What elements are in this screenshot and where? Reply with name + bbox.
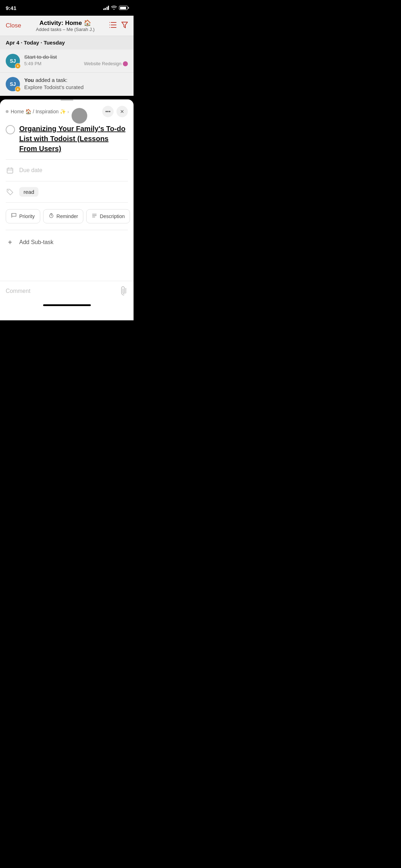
avatar-badge: + [15, 86, 21, 92]
close-activity-button[interactable]: Close [6, 22, 21, 29]
header-icons [109, 22, 128, 30]
svg-rect-3 [109, 22, 110, 23]
due-date-row[interactable]: Due date [0, 162, 134, 179]
activity-added-text: You added a task: [24, 77, 128, 83]
comment-area: Comment [0, 281, 134, 301]
breadcrumb-actions: ••• ✕ [102, 106, 128, 117]
priority-label: Priority [19, 213, 35, 219]
activity-subtitle: Added tasks – Me (Sarah J.) [25, 27, 105, 32]
home-indicator [43, 304, 91, 306]
close-icon: ✕ [120, 109, 124, 114]
svg-rect-2 [111, 27, 116, 28]
divider [6, 202, 128, 203]
svg-rect-1 [111, 25, 116, 25]
avatar-initials: SJ [10, 58, 16, 64]
status-time: 9:41 [6, 5, 16, 11]
avatar-badge: + [15, 63, 21, 69]
activity-header: Close Activity: Home 🏠 Added tasks – Me … [0, 16, 134, 36]
battery-icon [119, 6, 128, 10]
divider [6, 181, 128, 181]
close-sheet-button[interactable]: ✕ [116, 106, 128, 117]
tag-icon [6, 188, 14, 196]
divider [6, 159, 128, 160]
svg-rect-4 [109, 25, 110, 25]
status-icons [103, 5, 128, 11]
attachment-icon[interactable] [118, 285, 130, 297]
drag-indicator [72, 108, 87, 124]
description-icon [92, 213, 97, 220]
add-subtask-label: Add Sub-task [19, 239, 53, 246]
priority-icon [11, 213, 17, 220]
wifi-icon [111, 5, 117, 11]
priority-button[interactable]: Priority [6, 209, 40, 223]
avatar: SJ + [6, 54, 20, 68]
person-icon [123, 61, 128, 66]
svg-point-11 [8, 190, 9, 191]
activity-content: You added a task: Explore Todoist's cura… [24, 77, 128, 90]
list-icon[interactable] [109, 22, 116, 30]
header-center: Activity: Home 🏠 Added tasks – Me (Sarah… [25, 19, 105, 32]
reminder-label: Reminder [57, 213, 78, 219]
activity-task-title: Start to do list [24, 54, 128, 60]
task-title: Organizing Your Family's To-do List with… [19, 124, 128, 154]
more-options-button[interactable]: ••• [102, 106, 114, 117]
date-text: Apr 4 · Today · Tuesday [6, 40, 65, 46]
add-subtask-row[interactable]: + Add Sub-task [0, 232, 134, 252]
comment-placeholder[interactable]: Comment [6, 288, 30, 294]
activity-feed: SJ + Start to do list 5:49 PM Website Re… [0, 50, 134, 96]
activity-item: SJ + Start to do list 5:49 PM Website Re… [0, 50, 134, 73]
action-row: Priority Reminder [0, 205, 134, 228]
task-row: Organizing Your Family's To-do List with… [0, 120, 134, 157]
activity-task-name: Explore Todoist's curated [24, 84, 128, 90]
more-icon: ••• [105, 109, 111, 114]
reminder-button[interactable]: Reminder [43, 209, 84, 223]
svg-marker-6 [122, 22, 127, 28]
breadcrumb-dot [6, 110, 9, 113]
status-bar: 9:41 [0, 0, 134, 16]
divider [6, 230, 128, 230]
filter-icon[interactable] [121, 22, 128, 30]
svg-rect-0 [111, 22, 116, 23]
bottom-sheet: Home 🏠 / Inspiration ✨ › ••• ✕ Organizin… [0, 99, 134, 320]
activity-item: SJ + You added a task: Explore Todoist's… [0, 73, 134, 96]
date-banner: Apr 4 · Today · Tuesday [0, 36, 134, 50]
avatar-initials: SJ [10, 81, 16, 87]
breadcrumb-chevron-icon: › [67, 109, 69, 114]
svg-rect-5 [109, 27, 110, 28]
due-date-placeholder: Due date [19, 167, 42, 174]
sheet-handle [61, 99, 73, 101]
activity-project: Website Redesign [84, 61, 128, 66]
description-button[interactable]: Description [86, 209, 130, 223]
signal-icon [103, 6, 109, 10]
svg-rect-7 [7, 168, 13, 173]
add-subtask-plus-icon: + [6, 238, 14, 247]
calendar-icon [6, 166, 14, 175]
activity-time: 5:49 PM [24, 61, 41, 66]
activity-title: Activity: Home 🏠 [25, 19, 105, 27]
activity-meta: 5:49 PM Website Redesign [24, 61, 128, 66]
activity-content: Start to do list 5:49 PM Website Redesig… [24, 54, 128, 66]
description-label: Description [100, 213, 125, 219]
reminder-icon [48, 213, 54, 220]
task-complete-checkbox[interactable] [6, 125, 15, 134]
avatar: SJ + [6, 77, 20, 91]
breadcrumb: Home 🏠 / Inspiration ✨ › ••• ✕ [0, 103, 134, 120]
tags-row[interactable]: read [0, 184, 134, 200]
tag-chip[interactable]: read [19, 187, 38, 197]
